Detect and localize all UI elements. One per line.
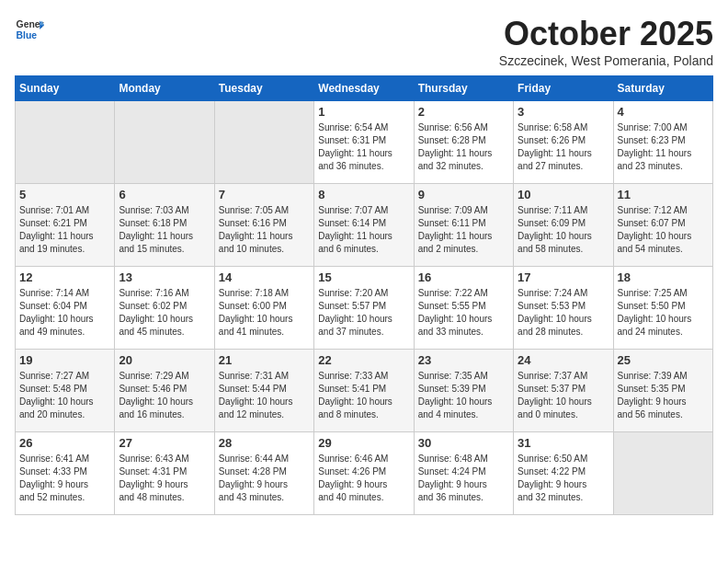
day-info: Sunrise: 7:01 AM Sunset: 6:21 PM Dayligh… [19,204,110,256]
day-number: 24 [518,353,609,367]
calendar-cell: 5Sunrise: 7:01 AM Sunset: 6:21 PM Daylig… [16,184,115,267]
day-info: Sunrise: 6:46 AM Sunset: 4:26 PM Dayligh… [318,453,409,504]
weekday-header-tuesday: Tuesday [214,76,313,101]
day-info: Sunrise: 7:29 AM Sunset: 5:46 PM Dayligh… [119,370,210,421]
weekday-header-monday: Monday [115,76,214,101]
day-info: Sunrise: 6:50 AM Sunset: 4:22 PM Dayligh… [518,453,609,504]
calendar-cell: 6Sunrise: 7:03 AM Sunset: 6:18 PM Daylig… [115,184,214,267]
day-info: Sunrise: 7:07 AM Sunset: 6:14 PM Dayligh… [318,204,409,256]
calendar-week-1: 1Sunrise: 6:54 AM Sunset: 6:31 PM Daylig… [16,101,713,184]
day-number: 21 [219,353,310,367]
day-number: 29 [318,436,409,450]
weekday-header-saturday: Saturday [613,76,712,101]
day-info: Sunrise: 7:05 AM Sunset: 6:16 PM Dayligh… [219,204,310,256]
calendar-cell: 28Sunrise: 6:44 AM Sunset: 4:28 PM Dayli… [214,432,313,515]
calendar-cell: 11Sunrise: 7:12 AM Sunset: 6:07 PM Dayli… [613,184,712,267]
calendar-cell: 29Sunrise: 6:46 AM Sunset: 4:26 PM Dayli… [314,432,414,515]
calendar-cell: 19Sunrise: 7:27 AM Sunset: 5:48 PM Dayli… [16,350,115,432]
day-number: 18 [618,270,709,284]
day-number: 16 [418,270,509,284]
calendar-week-3: 12Sunrise: 7:14 AM Sunset: 6:04 PM Dayli… [16,267,713,350]
day-info: Sunrise: 7:20 AM Sunset: 5:57 PM Dayligh… [318,287,409,339]
calendar-week-2: 5Sunrise: 7:01 AM Sunset: 6:21 PM Daylig… [16,184,713,267]
calendar-cell: 15Sunrise: 7:20 AM Sunset: 5:57 PM Dayli… [314,267,414,350]
day-number: 30 [418,436,509,450]
calendar-week-4: 19Sunrise: 7:27 AM Sunset: 5:48 PM Dayli… [16,350,713,432]
calendar-cell: 13Sunrise: 7:16 AM Sunset: 6:02 PM Dayli… [115,267,214,350]
calendar-table: SundayMondayTuesdayWednesdayThursdayFrid… [15,75,713,515]
calendar-cell [214,101,313,184]
location-subtitle: Szczecinek, West Pomerania, Poland [499,53,713,68]
day-info: Sunrise: 7:11 AM Sunset: 6:09 PM Dayligh… [518,204,609,256]
day-info: Sunrise: 6:56 AM Sunset: 6:28 PM Dayligh… [418,121,509,173]
day-info: Sunrise: 7:39 AM Sunset: 5:35 PM Dayligh… [618,370,709,421]
day-number: 15 [318,270,409,284]
calendar-cell: 12Sunrise: 7:14 AM Sunset: 6:04 PM Dayli… [16,267,115,350]
day-info: Sunrise: 6:43 AM Sunset: 4:31 PM Dayligh… [119,453,210,504]
weekday-header-friday: Friday [514,76,613,101]
calendar-cell: 24Sunrise: 7:37 AM Sunset: 5:37 PM Dayli… [514,350,613,432]
calendar-week-5: 26Sunrise: 6:41 AM Sunset: 4:33 PM Dayli… [16,432,713,515]
day-info: Sunrise: 7:18 AM Sunset: 6:00 PM Dayligh… [219,287,310,339]
calendar-cell: 4Sunrise: 7:00 AM Sunset: 6:23 PM Daylig… [613,101,712,184]
svg-text:Blue: Blue [17,30,38,40]
calendar-cell [115,101,214,184]
weekday-header-row: SundayMondayTuesdayWednesdayThursdayFrid… [16,76,713,101]
calendar-cell: 2Sunrise: 6:56 AM Sunset: 6:28 PM Daylig… [414,101,513,184]
day-info: Sunrise: 7:00 AM Sunset: 6:23 PM Dayligh… [618,121,709,173]
calendar-cell [613,432,712,515]
day-number: 4 [618,105,709,119]
day-number: 25 [618,353,709,367]
day-number: 22 [318,353,409,367]
day-info: Sunrise: 7:24 AM Sunset: 5:53 PM Dayligh… [518,287,609,339]
month-title: October 2025 [499,15,713,53]
weekday-header-wednesday: Wednesday [314,76,414,101]
day-info: Sunrise: 7:27 AM Sunset: 5:48 PM Dayligh… [19,370,110,421]
day-info: Sunrise: 7:25 AM Sunset: 5:50 PM Dayligh… [618,287,709,339]
day-info: Sunrise: 6:48 AM Sunset: 4:24 PM Dayligh… [418,453,509,504]
day-info: Sunrise: 7:37 AM Sunset: 5:37 PM Dayligh… [518,370,609,421]
calendar-cell: 16Sunrise: 7:22 AM Sunset: 5:55 PM Dayli… [414,267,513,350]
calendar-cell: 30Sunrise: 6:48 AM Sunset: 4:24 PM Dayli… [414,432,513,515]
day-number: 7 [219,188,310,201]
day-number: 28 [219,436,310,450]
day-number: 31 [518,436,609,450]
calendar-cell: 9Sunrise: 7:09 AM Sunset: 6:11 PM Daylig… [414,184,513,267]
day-info: Sunrise: 6:54 AM Sunset: 6:31 PM Dayligh… [318,121,409,173]
day-number: 6 [119,188,210,201]
calendar-cell: 21Sunrise: 7:31 AM Sunset: 5:44 PM Dayli… [214,350,313,432]
calendar-cell [16,101,115,184]
day-number: 20 [119,353,210,367]
calendar-cell: 25Sunrise: 7:39 AM Sunset: 5:35 PM Dayli… [613,350,712,432]
day-info: Sunrise: 7:12 AM Sunset: 6:07 PM Dayligh… [618,204,709,256]
day-number: 17 [518,270,609,284]
day-info: Sunrise: 6:58 AM Sunset: 6:26 PM Dayligh… [518,121,609,173]
day-info: Sunrise: 7:03 AM Sunset: 6:18 PM Dayligh… [119,204,210,256]
logo: General Blue [15,15,44,44]
title-block: October 2025 Szczecinek, West Pomerania,… [499,15,713,68]
day-number: 19 [19,353,110,367]
calendar-cell: 20Sunrise: 7:29 AM Sunset: 5:46 PM Dayli… [115,350,214,432]
day-info: Sunrise: 7:22 AM Sunset: 5:55 PM Dayligh… [418,287,509,339]
calendar-cell: 8Sunrise: 7:07 AM Sunset: 6:14 PM Daylig… [314,184,414,267]
day-number: 9 [418,188,509,201]
day-number: 26 [19,436,110,450]
day-number: 23 [418,353,509,367]
calendar-cell: 22Sunrise: 7:33 AM Sunset: 5:41 PM Dayli… [314,350,414,432]
day-number: 2 [418,105,509,119]
calendar-cell: 23Sunrise: 7:35 AM Sunset: 5:39 PM Dayli… [414,350,513,432]
calendar-cell: 17Sunrise: 7:24 AM Sunset: 5:53 PM Dayli… [514,267,613,350]
day-info: Sunrise: 6:44 AM Sunset: 4:28 PM Dayligh… [219,453,310,504]
day-number: 10 [518,188,609,201]
weekday-header-sunday: Sunday [16,76,115,101]
calendar-cell: 1Sunrise: 6:54 AM Sunset: 6:31 PM Daylig… [314,101,414,184]
calendar-cell: 3Sunrise: 6:58 AM Sunset: 6:26 PM Daylig… [514,101,613,184]
calendar-cell: 26Sunrise: 6:41 AM Sunset: 4:33 PM Dayli… [16,432,115,515]
day-info: Sunrise: 7:16 AM Sunset: 6:02 PM Dayligh… [119,287,210,339]
day-info: Sunrise: 7:33 AM Sunset: 5:41 PM Dayligh… [318,370,409,421]
calendar-cell: 14Sunrise: 7:18 AM Sunset: 6:00 PM Dayli… [214,267,313,350]
logo-icon: General Blue [15,15,44,44]
day-number: 11 [618,188,709,201]
day-info: Sunrise: 7:35 AM Sunset: 5:39 PM Dayligh… [418,370,509,421]
day-number: 1 [318,105,409,119]
